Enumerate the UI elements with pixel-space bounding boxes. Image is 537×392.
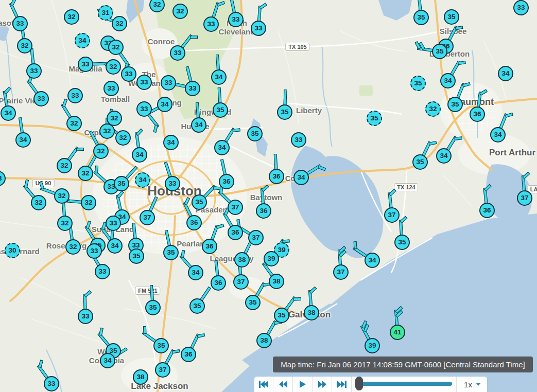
weather-station-marker[interactable]: 38 [256, 333, 272, 348]
weather-station-marker[interactable]: 33 [513, 0, 529, 15]
weather-station-marker[interactable]: 33 [103, 81, 119, 96]
weather-station-marker[interactable]: 30 [5, 243, 20, 258]
weather-station-marker[interactable]: 37 [140, 210, 155, 225]
weather-station-marker[interactable]: 34 [1, 105, 16, 121]
weather-station-marker[interactable]: 33 [203, 16, 219, 32]
weather-station-marker[interactable]: 34 [191, 117, 206, 133]
timeline-slider-thumb[interactable] [355, 377, 363, 390]
weather-station-marker[interactable]: 35 [129, 248, 144, 264]
weather-station-marker[interactable]: 34 [214, 140, 230, 155]
weather-station-marker[interactable]: 34 [440, 73, 456, 88]
weather-station-marker[interactable]: 32 [57, 216, 73, 231]
timeline-slider[interactable] [355, 382, 452, 386]
step-forward-button[interactable] [313, 377, 332, 392]
weather-station-marker[interactable]: 38 [304, 305, 319, 320]
weather-station-marker[interactable]: 33 [26, 63, 42, 79]
weather-station-marker[interactable]: 32 [81, 195, 96, 210]
weather-station-marker[interactable]: 36 [202, 239, 217, 254]
weather-station-marker[interactable]: 35 [213, 102, 228, 118]
weather-station-marker[interactable]: 33 [170, 45, 185, 61]
weather-station-marker[interactable]: 38 [234, 252, 250, 268]
weather-station-marker[interactable]: 33 [78, 57, 93, 72]
weather-station-marker[interactable]: 32 [172, 4, 188, 19]
weather-station-marker[interactable]: 35 [413, 10, 429, 25]
weather-station-marker[interactable]: 32 [78, 166, 93, 181]
step-back-button[interactable] [274, 377, 293, 392]
weather-station-marker[interactable]: 35 [145, 300, 161, 315]
play-button[interactable] [293, 377, 313, 392]
weather-station-marker[interactable]: 34 [365, 253, 380, 268]
weather-station-marker[interactable]: 34 [100, 353, 115, 368]
weather-station-marker[interactable]: 35 [367, 111, 382, 126]
weather-station-marker[interactable]: 32 [99, 123, 115, 139]
weather-station-marker[interactable]: 35 [114, 176, 129, 191]
weather-station-marker[interactable]: 32 [31, 195, 46, 210]
weather-station-marker[interactable]: 33 [44, 376, 59, 391]
weather-station-marker[interactable]: 35 [410, 76, 426, 91]
weather-station-marker[interactable]: 35 [192, 194, 207, 210]
weather-station-marker[interactable]: 34 [436, 148, 452, 164]
weather-station-marker[interactable]: 35 [444, 9, 459, 25]
weather-station-marker[interactable]: 32 [106, 59, 121, 75]
weather-station-marker[interactable]: 34 [135, 172, 150, 188]
weather-station-marker[interactable]: 34 [211, 69, 227, 85]
weather-station-marker[interactable]: 32 [65, 239, 81, 255]
weather-station-marker[interactable]: 33 [95, 264, 110, 279]
weather-station-marker[interactable]: 35 [412, 154, 428, 170]
weather-station-marker[interactable]: 33 [33, 91, 49, 106]
weather-station-marker[interactable]: 37 [233, 274, 249, 290]
weather-station-marker[interactable]: 35 [277, 104, 292, 120]
skip-to-end-button[interactable] [333, 377, 352, 392]
weather-station-marker[interactable]: 32 [108, 40, 124, 55]
weather-station-marker[interactable]: 32 [93, 144, 109, 159]
weather-station-marker[interactable]: 37 [248, 230, 264, 245]
weather-station-marker[interactable]: 33 [136, 75, 152, 90]
weather-station-marker[interactable]: 33 [228, 12, 244, 27]
weather-station-marker[interactable]: 34 [15, 132, 31, 148]
speed-dropdown[interactable]: 1x [456, 377, 488, 392]
weather-station-marker[interactable]: 34 [490, 127, 506, 142]
weather-station-marker[interactable]: 36 [256, 203, 271, 219]
weather-station-marker[interactable]: 36 [211, 275, 226, 291]
weather-station-marker[interactable]: 36 [186, 215, 202, 230]
weather-station-marker[interactable]: 32 [115, 130, 131, 146]
weather-station-marker[interactable]: 32 [54, 188, 70, 204]
weather-station-marker[interactable]: 35 [432, 44, 447, 59]
weather-station-marker[interactable]: 35 [189, 298, 205, 314]
weather-station-marker[interactable]: 36 [219, 174, 234, 189]
weather-station-marker[interactable]: 34 [498, 66, 513, 81]
weather-station-marker[interactable]: 35 [163, 245, 179, 260]
weather-station-marker[interactable]: 38 [133, 369, 148, 385]
weather-station-marker[interactable]: 37 [333, 264, 349, 280]
weather-station-marker[interactable]: 33 [161, 75, 176, 91]
weather-station-marker[interactable]: 32 [64, 9, 79, 25]
weather-station-marker[interactable]: 36 [269, 169, 284, 184]
weather-station-marker[interactable]: 32 [57, 158, 72, 173]
weather-station-marker[interactable]: 33 [185, 81, 200, 96]
weather-station-marker[interactable]: 33 [251, 21, 266, 36]
weather-station-marker[interactable]: 37 [384, 207, 400, 223]
weather-station-marker[interactable]: 39 [365, 338, 380, 353]
weather-station-marker[interactable]: 37 [155, 362, 170, 378]
weather-station-marker[interactable]: 33 [106, 216, 121, 231]
weather-station-marker[interactable]: 33 [165, 176, 180, 191]
weather-station-marker[interactable]: 36 [228, 225, 243, 240]
weather-station-marker[interactable]: 32 [17, 38, 32, 54]
weather-station-marker[interactable]: 34 [107, 238, 123, 254]
weather-station-marker[interactable]: 36 [181, 347, 196, 362]
weather-station-marker[interactable]: 34 [293, 170, 309, 185]
weather-station-marker[interactable]: 35 [247, 126, 263, 141]
weather-station-marker[interactable]: 39 [264, 251, 279, 266]
weather-station-marker[interactable]: 37 [228, 200, 243, 215]
weather-station-marker[interactable]: 31 [98, 5, 113, 21]
weather-station-marker[interactable]: 33 [78, 309, 93, 324]
weather-station-marker[interactable]: 35 [153, 338, 169, 353]
weather-station-marker[interactable]: 35 [447, 97, 463, 112]
weather-station-marker[interactable]: 34 [188, 265, 203, 280]
weather-station-marker[interactable]: 32 [66, 116, 82, 131]
weather-station-marker[interactable]: 33 [86, 243, 102, 259]
weather-station-marker[interactable]: 35 [394, 235, 410, 250]
weather-station-marker[interactable]: 36 [479, 203, 495, 218]
weather-station-marker[interactable]: 34 [163, 135, 179, 150]
weather-station-marker[interactable]: 35 [245, 295, 261, 310]
